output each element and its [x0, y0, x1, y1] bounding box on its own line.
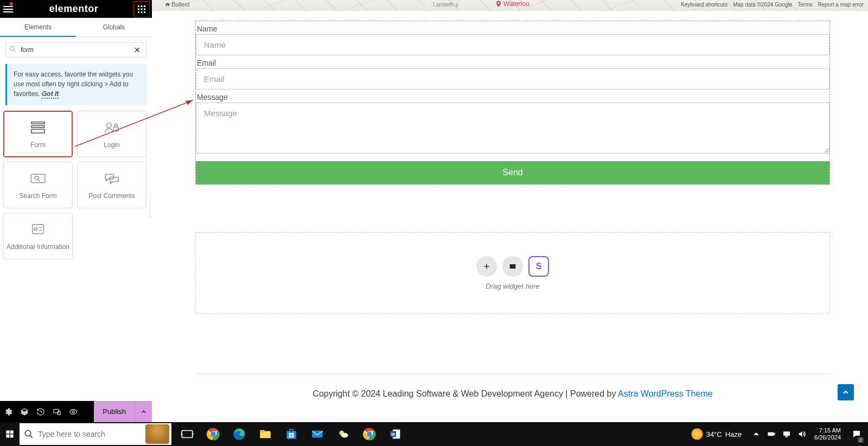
tray-volume-icon[interactable]: [796, 426, 808, 442]
svg-rect-0: [138, 5, 139, 7]
widgets-grid-button[interactable]: [133, 1, 150, 17]
svg-rect-41: [286, 431, 296, 439]
add-template-button[interactable]: [502, 256, 523, 277]
responsive-icon[interactable]: [49, 401, 65, 422]
page-footer: Copyright © 2024 Leading Software & Web …: [195, 373, 830, 399]
name-input[interactable]: [196, 34, 829, 55]
widget-label: Login: [104, 141, 119, 149]
svg-rect-13: [31, 129, 44, 133]
info-icon: [29, 222, 47, 239]
taskbar-weather[interactable]: 34°C Haze: [691, 428, 742, 440]
svg-point-31: [25, 430, 31, 436]
svg-point-51: [367, 431, 372, 437]
tab-globals[interactable]: Globals: [76, 18, 152, 36]
search-icon: [24, 429, 34, 439]
email-label: Email: [197, 59, 829, 67]
svg-rect-2: [144, 5, 145, 7]
svg-rect-1: [141, 5, 143, 7]
menu-icon[interactable]: [2, 3, 14, 15]
tip-text: For easy access, favorite the widgets yo…: [14, 71, 133, 98]
add-library-button[interactable]: S: [528, 256, 549, 277]
clear-search-icon[interactable]: ✕: [132, 46, 143, 54]
start-button[interactable]: [0, 422, 20, 446]
form-widget[interactable]: Name Email Message Send: [195, 21, 830, 184]
svg-rect-47: [312, 431, 323, 438]
taskbar-app-mail[interactable]: [306, 422, 329, 446]
search-input[interactable]: [18, 45, 132, 55]
search-widgets: ✕: [5, 42, 146, 58]
email-input[interactable]: [196, 68, 829, 90]
taskbar-app-weather[interactable]: [332, 422, 355, 446]
widget-search-form[interactable]: Search Form: [3, 162, 73, 208]
brand-label: elementor: [49, 3, 99, 15]
notif-count: 2: [858, 437, 864, 443]
preview-icon[interactable]: [65, 401, 81, 422]
taskbar-app-chrome[interactable]: [202, 422, 225, 446]
tip-gotit[interactable]: Got It: [42, 90, 59, 99]
taskbar-app-edge[interactable]: [228, 422, 251, 446]
history-icon[interactable]: [33, 401, 49, 422]
scroll-to-top-button[interactable]: [838, 384, 854, 400]
widget-post-comments[interactable]: Post Comments: [77, 162, 146, 208]
send-button[interactable]: Send: [196, 161, 829, 184]
footer-theme-link[interactable]: Astra WordPress Theme: [618, 389, 713, 398]
search-highlight-icon: [145, 424, 169, 444]
map-report-error[interactable]: Report a map error: [818, 2, 864, 8]
svg-rect-8: [144, 11, 145, 13]
comments-icon: [103, 171, 121, 188]
elementor-sidebar: elementor Elements Globals ✕ For easy ac…: [0, 0, 152, 422]
map-label-waterloo: Waterloo: [495, 0, 529, 8]
widget-login[interactable]: Login: [77, 111, 146, 157]
svg-line-32: [30, 435, 33, 438]
message-textarea[interactable]: [196, 103, 829, 154]
task-view-button[interactable]: [176, 422, 199, 446]
svg-point-20: [34, 227, 37, 230]
taskbar-clock[interactable]: 7:15 AM 6/26/2024: [814, 427, 841, 441]
svg-rect-28: [10, 430, 14, 434]
svg-rect-57: [784, 432, 790, 436]
svg-rect-40: [260, 430, 265, 432]
taskbar-app-word[interactable]: W: [384, 422, 407, 446]
svg-rect-6: [138, 11, 139, 13]
svg-point-49: [341, 433, 348, 438]
weather-sun-icon: [691, 428, 703, 440]
svg-text:W: W: [391, 432, 395, 437]
taskbar-app-chrome-2[interactable]: [358, 422, 381, 446]
form-icon: [29, 120, 47, 137]
search-form-icon: [29, 171, 47, 188]
map-keyboard-shortcuts[interactable]: Keyboard shortcuts: [681, 2, 727, 8]
tray-battery-icon[interactable]: [765, 426, 777, 442]
taskbar-app-store[interactable]: [280, 422, 303, 446]
weather-temp: 34°C: [706, 430, 722, 438]
svg-rect-7: [141, 11, 143, 13]
tray-chevron-up-icon[interactable]: [750, 426, 762, 442]
settings-icon[interactable]: [0, 401, 16, 422]
svg-rect-12: [31, 125, 44, 127]
tray-network-icon[interactable]: [781, 426, 793, 442]
svg-rect-33: [182, 431, 193, 438]
taskbar-app-explorer[interactable]: [254, 422, 277, 446]
navigator-icon[interactable]: [16, 401, 33, 422]
publish-button[interactable]: Publish: [94, 401, 135, 422]
widget-label: Form: [30, 141, 46, 149]
map-terms[interactable]: Terms: [797, 2, 812, 8]
notifications-button[interactable]: 2: [847, 422, 866, 446]
tab-elements[interactable]: Elements: [0, 18, 76, 36]
weather-cond: Haze: [725, 430, 742, 438]
widget-form[interactable]: Form: [3, 111, 73, 157]
svg-rect-4: [141, 8, 143, 10]
editor-canvas: Bulleid Lambeth p Waterloo Keyboard shor…: [152, 0, 868, 422]
map-data-attrib: Map data ©2024 Google: [733, 2, 792, 8]
svg-line-18: [38, 179, 40, 181]
svg-rect-42: [290, 429, 293, 431]
dropzone-hint: Drag widget here: [486, 282, 540, 290]
add-section-button[interactable]: [476, 256, 497, 277]
svg-point-9: [10, 47, 15, 51]
publish-options-button[interactable]: [135, 401, 152, 422]
svg-rect-45: [289, 436, 291, 438]
widget-additional-information[interactable]: Additional Information: [3, 213, 73, 259]
widget-label: Additional Information: [7, 243, 69, 251]
svg-point-17: [35, 176, 39, 180]
widget-dropzone[interactable]: S Drag widget here: [195, 232, 830, 314]
favorite-tip: For easy access, favorite the widgets yo…: [5, 64, 146, 105]
